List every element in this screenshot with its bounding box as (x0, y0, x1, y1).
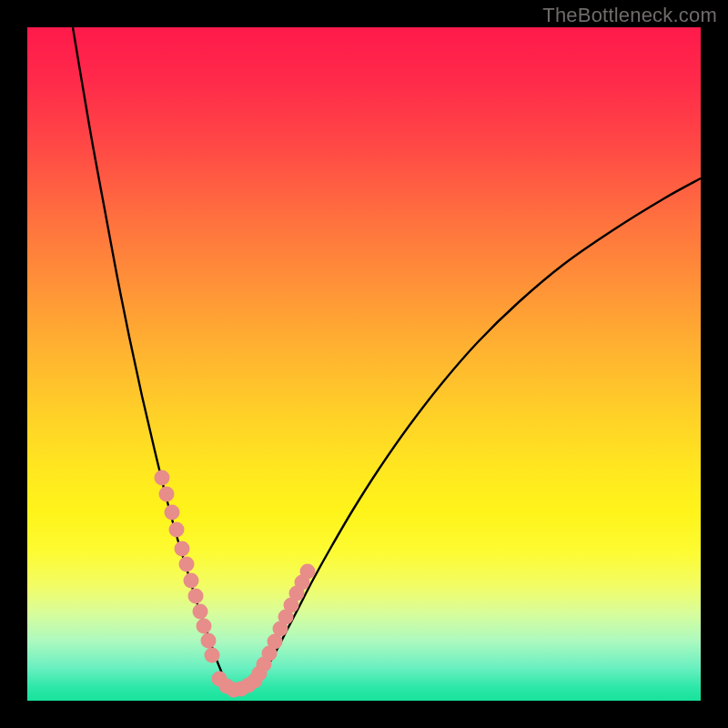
data-dot (205, 648, 220, 663)
data-dot (184, 573, 199, 589)
dots-right-group (248, 564, 316, 689)
data-dot (165, 505, 180, 521)
chart-frame: TheBottleneck.com (0, 0, 728, 728)
curve-right (258, 178, 701, 682)
data-dot (201, 633, 217, 649)
data-dot (193, 604, 208, 620)
data-dot (179, 557, 195, 572)
watermark-text: TheBottleneck.com (542, 4, 717, 27)
data-dot (197, 619, 212, 634)
plot-area (27, 27, 701, 701)
data-dot (159, 487, 175, 502)
data-dot (175, 541, 190, 557)
chart-svg (27, 27, 701, 701)
data-dot (188, 589, 204, 604)
curve-left (73, 27, 226, 682)
dots-left-group (155, 470, 257, 698)
data-dot (155, 470, 170, 486)
data-dot (169, 522, 185, 538)
data-dot (300, 564, 316, 580)
